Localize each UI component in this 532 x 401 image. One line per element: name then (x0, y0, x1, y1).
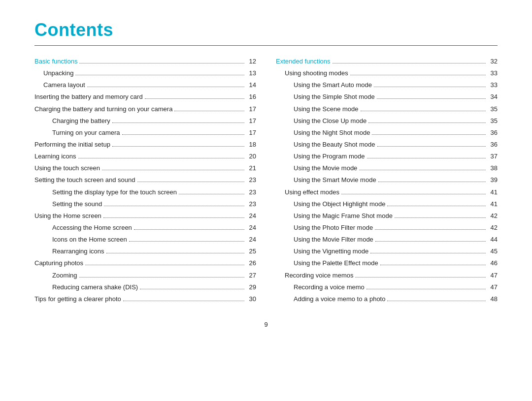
toc-entry: Tips for getting a clearer photo30 (34, 294, 256, 304)
dots (377, 98, 486, 99)
page-ref: 23 (246, 199, 256, 209)
right-column: Extended functions32Using shooting modes… (276, 57, 498, 306)
dots (112, 123, 244, 123)
page-ref: 35 (488, 116, 498, 126)
page-footer: 9 (34, 321, 498, 328)
dots (145, 98, 244, 99)
dots (359, 170, 486, 170)
dots (387, 206, 486, 206)
page-ref: 17 (246, 104, 256, 114)
page-ref: 37 (488, 152, 498, 161)
dots (375, 229, 486, 230)
toc-entry: Rearranging icons25 (34, 247, 256, 256)
toc-entry: Using the Night Shot mode36 (276, 128, 498, 138)
entry-label: Setting the touch screen and sound (34, 175, 135, 185)
entry-label: Unpacking (34, 68, 73, 78)
entry-label: Using the Smart Movie mode (276, 175, 376, 185)
entry-label: Accessing the Home screen (34, 223, 132, 233)
dots (79, 63, 244, 63)
entry-label: Using the touch screen (34, 163, 100, 173)
entry-label: Charging the battery and turning on your… (34, 104, 172, 114)
entry-label: Using the Home screen (34, 211, 101, 221)
page-ref: 21 (246, 163, 256, 173)
entry-label: Inserting the battery and memory card (34, 92, 143, 102)
dots (341, 194, 486, 194)
dots (368, 123, 486, 123)
page-ref: 36 (488, 140, 498, 150)
entry-label: Using the Night Shot mode (276, 128, 370, 138)
page-ref: 36 (488, 128, 498, 138)
toc-entry: Unpacking13 (34, 68, 256, 78)
page-ref: 23 (246, 187, 256, 197)
entry-label: Using the Photo Filter mode (276, 223, 373, 233)
toc-entry: Using the touch screen21 (34, 163, 256, 173)
page-ref: 16 (246, 92, 256, 102)
left-column: Basic functions12Unpacking13Camera layou… (34, 57, 256, 306)
dots (85, 265, 244, 265)
dots (79, 277, 244, 278)
toc-entry: Using shooting modes33 (276, 68, 498, 78)
dots (102, 170, 244, 170)
toc-entry: Using the Home screen24 (34, 211, 256, 221)
entry-label: Using the Simple Shot mode (276, 92, 375, 102)
page-ref: 32 (488, 57, 498, 66)
dots (106, 253, 244, 253)
page-ref: 13 (246, 68, 256, 78)
dots (387, 301, 486, 301)
page-ref: 48 (488, 294, 498, 304)
page-ref: 24 (246, 235, 256, 245)
toc-entry: Inserting the battery and memory card16 (34, 92, 256, 102)
dots (87, 87, 244, 87)
toc-entry: Adding a voice memo to a photo48 (276, 294, 498, 304)
page-ref: 24 (246, 211, 256, 221)
entry-label: Recording voice memos (276, 271, 353, 280)
page-ref: 38 (488, 163, 498, 173)
page-ref: 44 (488, 235, 498, 245)
entry-label: Using the Close Up mode (276, 116, 366, 126)
toc-entry: Charging the battery17 (34, 116, 256, 126)
page-ref: 47 (488, 282, 498, 292)
page-ref: 30 (246, 294, 256, 304)
dots (350, 75, 486, 75)
dots (355, 277, 486, 278)
toc-entry: Using the Vignetting mode45 (276, 247, 498, 256)
dots (378, 182, 486, 182)
page-ref: 45 (488, 247, 498, 256)
dots (395, 217, 486, 218)
entry-label: Charging the battery (34, 116, 110, 126)
dots (123, 301, 244, 301)
page-ref: 14 (246, 80, 256, 90)
dots (137, 182, 244, 182)
page-ref: 27 (246, 271, 256, 280)
title-divider (34, 45, 498, 46)
dots (372, 134, 486, 135)
toc-entry: Zooming27 (34, 271, 256, 280)
page-number: 9 (264, 321, 267, 328)
toc-entry: Using the Palette Effect mode46 (276, 258, 498, 268)
entry-label: Turning on your camera (34, 128, 120, 138)
toc-entry: Using the Magic Frame Shot mode42 (276, 211, 498, 221)
toc-entry: Camera layout14 (34, 80, 256, 90)
toc-entry: Performing the initial setup18 (34, 140, 256, 150)
toc-entry: Using effect modes41 (276, 187, 498, 197)
toc-entry: Reducing camera shake (DIS)29 (34, 282, 256, 292)
entry-label: Performing the initial setup (34, 140, 110, 150)
dots (380, 265, 486, 265)
page-ref: 12 (246, 57, 256, 66)
toc-entry: Using the Simple Shot mode34 (276, 92, 498, 102)
toc-entry: Using the Program mode37 (276, 152, 498, 161)
toc-entry: Extended functions32 (276, 57, 498, 66)
toc-entry: Setting the sound23 (34, 199, 256, 209)
dots (332, 63, 486, 63)
toc-entry: Using the Movie Filter mode44 (276, 235, 498, 245)
dots (103, 217, 244, 218)
toc-entry: Charging the battery and turning on your… (34, 104, 256, 114)
dots (370, 253, 486, 253)
entry-label: Using the Movie mode (276, 163, 357, 173)
entry-label: Using the Object Highlight mode (276, 199, 385, 209)
entry-label: Recording a voice memo (276, 282, 365, 292)
dots (366, 289, 486, 289)
entry-label: Using the Scene mode (276, 104, 359, 114)
dots (78, 158, 244, 158)
toc-entry: Using the Object Highlight mode41 (276, 199, 498, 209)
